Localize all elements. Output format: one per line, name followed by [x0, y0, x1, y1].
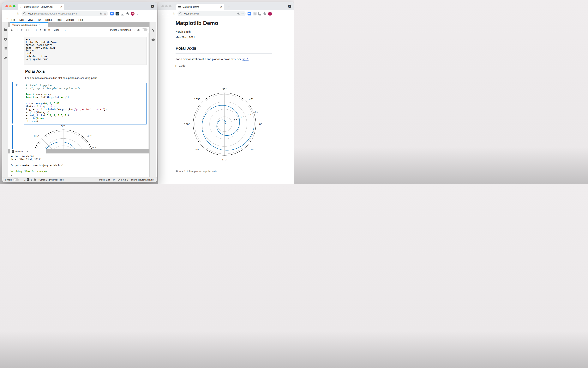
reload-icon[interactable]: ↻	[17, 12, 19, 16]
restart-run-all-button[interactable]: ▶▶	[48, 29, 50, 31]
copy-cells-button[interactable]	[26, 29, 29, 31]
zoom-extension-icon[interactable]	[248, 12, 251, 16]
notebook-scrollbar[interactable]	[148, 33, 149, 149]
zoom-out-icon[interactable]	[100, 12, 102, 15]
add-cell-button[interactable]: ＋	[16, 28, 19, 31]
tab-close-icon[interactable]: ✕	[220, 5, 222, 8]
cut-cells-button[interactable]: ✂	[21, 29, 23, 31]
close-window-button[interactable]	[161, 5, 164, 7]
run-cell-button[interactable]: ▶	[36, 29, 37, 31]
zoom-extension-icon[interactable]	[110, 12, 114, 16]
cell-type-dropdown[interactable]: Code ⌄	[54, 29, 66, 31]
shield-x-icon[interactable]: ⊗	[113, 178, 115, 181]
minimize-window-button[interactable]	[9, 5, 12, 7]
back-icon[interactable]: ←	[161, 12, 164, 16]
running-kernels-icon[interactable]	[2, 37, 8, 42]
kernel-chip-icon[interactable]	[33, 178, 36, 181]
tab-search-button[interactable]: ▼	[288, 5, 291, 8]
cell-collapser[interactable]	[12, 82, 13, 123]
zoom-window-button[interactable]	[13, 5, 16, 7]
code-fold-toggle[interactable]: ▶ Code	[175, 64, 294, 67]
file-browser-icon[interactable]	[2, 28, 8, 32]
profile-avatar[interactable]: JJ	[131, 12, 135, 16]
browser-tab[interactable]: Matplotlib Demo ✕	[176, 4, 224, 10]
puzzle-extensions-icon[interactable]	[263, 12, 266, 15]
menu-edit[interactable]: Edit	[18, 18, 25, 22]
notebook-content[interactable]: ---title: Matplotlib Demoauthor: Norah S…	[8, 33, 149, 149]
reload-icon[interactable]: ↻	[173, 12, 175, 16]
table-of-contents-icon[interactable]	[2, 47, 8, 50]
terminal-count-icon[interactable]: $_	[27, 178, 29, 181]
menu-settings[interactable]: Settings	[64, 18, 76, 22]
new-tab-button[interactable]: ＋	[67, 5, 71, 9]
interrupt-kernel-button[interactable]: ■	[40, 29, 41, 31]
chevron-down-icon: ⌄	[64, 29, 66, 31]
terminal-tab-close-icon[interactable]: ✕	[27, 150, 28, 153]
react-devtools-icon[interactable]	[116, 12, 119, 16]
window-controls	[161, 5, 172, 7]
polar-plot-partial: 0°45°90°135°180°225°270°315°0.51.01.52.0	[25, 121, 102, 149]
forward-icon[interactable]: →	[167, 12, 170, 16]
browser-tab[interactable]: quarto-jupyterl - JupyterLab ✕	[18, 4, 64, 10]
svg-text:45°: 45°	[249, 98, 253, 101]
menu-kernel[interactable]: Kernel	[44, 18, 54, 22]
svg-text:45°: 45°	[87, 135, 92, 138]
tab-close-icon[interactable]: ✕	[60, 5, 62, 8]
forward-icon[interactable]: →	[11, 12, 14, 16]
react-devtools-icon[interactable]	[253, 12, 257, 16]
terminal-count[interactable]: 1	[24, 179, 25, 181]
close-window-button[interactable]	[5, 5, 8, 7]
cursor-position[interactable]: Ln 3, Col 1	[117, 179, 128, 181]
extension-manager-icon[interactable]	[2, 56, 8, 61]
browser-menu-icon[interactable]: ⋮	[273, 12, 276, 15]
terminal-output[interactable]: author: Norah Smith date: 'May 22nd, 202…	[8, 154, 149, 177]
markdown-cell[interactable]: Polar Axis For a demonstration of a line…	[25, 69, 149, 79]
menu-file[interactable]: File	[10, 18, 17, 22]
yaml-raw-cell[interactable]: ---title: Matplotlib Demoauthor: Norah S…	[24, 37, 146, 65]
debugger-icon[interactable]	[150, 38, 157, 42]
menu-help[interactable]: Help	[77, 18, 85, 22]
document-extension-icon[interactable]	[121, 12, 124, 16]
tab-title: Matplotlib Demo	[183, 6, 219, 8]
tab-search-button[interactable]: ▼	[151, 5, 154, 8]
address-bar[interactable]: i localhost:8888/lab/tree/quarto-jupyter…	[21, 11, 108, 16]
profile-avatar[interactable]: JJ	[268, 12, 272, 16]
new-tab-button[interactable]: ＋	[227, 5, 231, 9]
zoom-window-button[interactable]	[169, 5, 172, 7]
simple-mode-label: Simple	[5, 179, 12, 181]
restart-kernel-button[interactable]: ↻	[44, 29, 46, 31]
mode-indicator[interactable]: Mode: Edit	[99, 179, 110, 181]
save-button[interactable]	[11, 29, 13, 31]
react-atom-icon	[116, 12, 119, 15]
toolbar-toggle[interactable]	[142, 28, 147, 31]
simple-mode-toggle[interactable]	[13, 178, 19, 181]
back-icon[interactable]: ←	[5, 12, 8, 16]
bookmark-star-icon[interactable]: ☆	[241, 12, 244, 15]
debugger-toggle-icon[interactable]	[137, 28, 140, 31]
site-info-icon[interactable]: i	[23, 12, 26, 15]
puzzle-extensions-icon[interactable]	[125, 12, 129, 15]
zoom-out-icon[interactable]	[237, 12, 240, 15]
address-bar[interactable]: i localhost:6916 ☆	[177, 11, 246, 16]
kernel-count[interactable]: 1	[31, 179, 32, 181]
kernel-status-text[interactable]: Python 3 (ipykernel) | Idle	[39, 179, 64, 181]
code-cell[interactable]: [2]: #| label: fig-polar#| fig.cap: A li…	[24, 83, 146, 124]
menu-run[interactable]: Run	[36, 18, 43, 22]
notebook-tab[interactable]: quarto-jupyterlab.ipynb ✕	[10, 22, 48, 27]
figure-link[interactable]: fig. 1	[242, 58, 249, 61]
paste-cells-button[interactable]	[31, 29, 33, 31]
kernel-status-icon	[133, 29, 135, 31]
output-collapser[interactable]	[12, 125, 13, 149]
document-extension-icon[interactable]	[258, 12, 261, 16]
kernel-name-button[interactable]: Python 3 (ipykernel)	[110, 29, 131, 31]
site-info-icon[interactable]: i	[179, 12, 182, 15]
menu-tabs[interactable]: Tabs	[55, 18, 63, 22]
minimize-window-button[interactable]	[165, 5, 168, 7]
bookmark-star-icon[interactable]: ☆	[104, 12, 106, 15]
code-line: import matplotlib.pyplot as plt	[26, 96, 145, 99]
terminal-tab[interactable]: $_ Terminal 1 ✕	[10, 149, 46, 154]
browser-menu-icon[interactable]: ⋮	[136, 12, 139, 15]
menu-view[interactable]: View	[27, 18, 34, 22]
notebook-tab-close-icon[interactable]: ✕	[39, 24, 40, 26]
property-inspector-icon[interactable]	[150, 29, 157, 33]
